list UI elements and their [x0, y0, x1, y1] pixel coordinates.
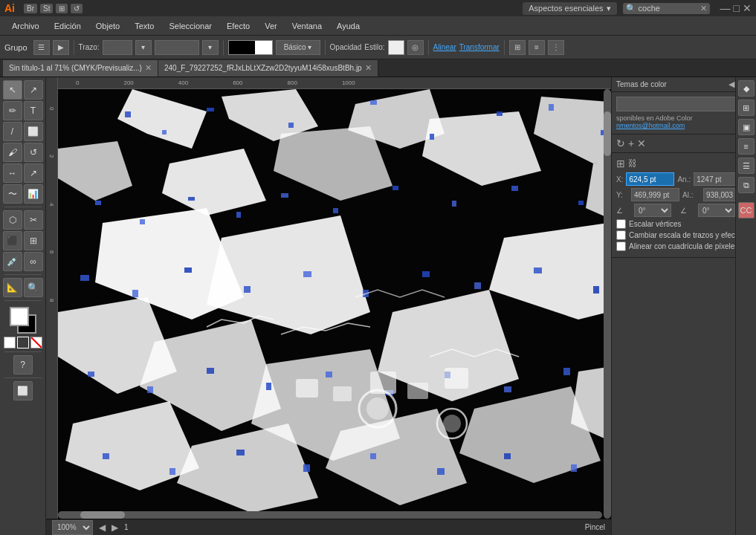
- canvas-area[interactable]: 0 200 400 600 800 1000 0 2 4 6 8: [46, 77, 611, 535]
- tab-1[interactable]: Sin título-1 al 71% (CMYK/Previsualiz...…: [3, 60, 158, 77]
- brush-tool[interactable]: 🖌: [3, 143, 22, 162]
- options-icon[interactable]: ⋮: [548, 40, 564, 55]
- arrange-icon[interactable]: ⊞: [509, 40, 526, 55]
- app-window: Ai Br St ⊞ ↺ Aspectos esenciales ▾ 🔍 ✕ —…: [0, 0, 756, 535]
- tab-2[interactable]: 240_F_79227252_fRJxLbLtXZzw2D2tyyuM14i58…: [158, 60, 378, 77]
- menu-objeto[interactable]: Objeto: [90, 20, 126, 32]
- mesh-tool[interactable]: ⊞: [24, 231, 43, 250]
- color-panel-icon[interactable]: ◆: [738, 80, 755, 97]
- line-tool[interactable]: /: [3, 122, 22, 141]
- search-clear-icon[interactable]: ✕: [700, 4, 707, 13]
- panel-collapse-icon[interactable]: ◀: [728, 80, 734, 89]
- stroke-input[interactable]: [155, 40, 199, 55]
- x-input[interactable]: [626, 172, 674, 186]
- align-pixels-checkbox[interactable]: [616, 241, 626, 251]
- tab-2-close[interactable]: ✕: [365, 63, 372, 73]
- stroke-panel-icon[interactable]: ≡: [738, 138, 755, 155]
- view-icon[interactable]: ⊞: [56, 4, 68, 13]
- mirror-tool[interactable]: ↔: [3, 163, 22, 183]
- isolation-icon[interactable]: ▶: [53, 40, 69, 55]
- y-input[interactable]: [631, 188, 679, 201]
- svg-rect-69: [370, 453, 376, 459]
- menu-efecto[interactable]: Efecto: [221, 20, 256, 32]
- layers-panel-icon[interactable]: ⧉: [738, 177, 755, 193]
- scroll-thumb-vertical[interactable]: [604, 111, 611, 156]
- blend-tool[interactable]: ∞: [24, 252, 43, 271]
- scrollbar-vertical[interactable]: [604, 89, 611, 519]
- refresh-icon[interactable]: ↻: [616, 137, 625, 149]
- scale-vertices-checkbox[interactable]: [616, 219, 626, 229]
- canvas-content[interactable]: [58, 89, 611, 524]
- bridge-icon[interactable]: Br: [24, 4, 37, 13]
- scale-strokes-checkbox[interactable]: [616, 230, 626, 240]
- next-page-button[interactable]: ▶: [112, 522, 118, 533]
- color-options-icon[interactable]: ◎: [407, 40, 424, 55]
- maximize-button[interactable]: □: [734, 2, 740, 14]
- shape-tool[interactable]: ⬜: [24, 122, 43, 141]
- link-icon[interactable]: ⛓: [628, 158, 637, 169]
- menu-archivo[interactable]: Archivo: [6, 20, 45, 32]
- add-icon[interactable]: +: [628, 137, 634, 149]
- menu-texto[interactable]: Texto: [129, 20, 160, 32]
- prev-page-button[interactable]: ◀: [99, 522, 106, 533]
- graph-tool[interactable]: 📊: [24, 184, 43, 204]
- minimize-button[interactable]: —: [720, 2, 731, 14]
- search-input[interactable]: [639, 4, 698, 13]
- basico-dropdown[interactable]: Básico ▾: [276, 40, 320, 55]
- search-box[interactable]: 🔍 ✕: [623, 3, 710, 14]
- stroke-dropdown[interactable]: ▾: [202, 40, 219, 55]
- select-mode-icon[interactable]: ☰: [33, 40, 50, 55]
- scale-tool[interactable]: ↗: [24, 163, 43, 183]
- type-tool[interactable]: T: [24, 101, 43, 120]
- drawing-mode-icon[interactable]: ?: [13, 355, 33, 374]
- align-icon[interactable]: ≡: [529, 40, 545, 55]
- color-theme-search[interactable]: [616, 97, 752, 111]
- fill-chip[interactable]: [4, 337, 16, 348]
- page-number: 1: [124, 523, 129, 531]
- menu-edicion[interactable]: Edición: [48, 20, 87, 32]
- foreground-color[interactable]: [10, 307, 29, 326]
- menu-ver[interactable]: Ver: [259, 20, 283, 32]
- cc-libraries-icon[interactable]: CC: [738, 202, 755, 218]
- trazo-input[interactable]: [103, 40, 132, 55]
- color-swatch[interactable]: [388, 40, 404, 55]
- sync-icon[interactable]: ↺: [71, 4, 83, 13]
- warp-tool[interactable]: 〜: [3, 184, 22, 204]
- rotate-tool[interactable]: ↺: [24, 143, 43, 162]
- transformar-button[interactable]: Transformar: [459, 43, 500, 51]
- scroll-thumb-horizontal[interactable]: [80, 511, 125, 519]
- tab-1-close[interactable]: ✕: [145, 63, 152, 73]
- right-panel: Temas de color ◀ ≡ ✕ sponibles en Adobe …: [611, 77, 756, 535]
- gradient-tool[interactable]: ⬛: [3, 231, 22, 250]
- close-button[interactable]: ✕: [743, 2, 752, 14]
- menu-ayuda[interactable]: Ayuda: [331, 20, 366, 32]
- symbol-tool[interactable]: ⬡: [3, 210, 22, 230]
- gradient-panel-icon[interactable]: ▣: [738, 119, 755, 135]
- color-email-link[interactable]: nmentos@hotmail.com: [616, 122, 685, 129]
- menu-ventana[interactable]: Ventana: [286, 20, 328, 32]
- stock-icon[interactable]: St: [40, 4, 53, 13]
- angle1-select[interactable]: 0°: [634, 204, 671, 217]
- direct-select-tool[interactable]: ↗: [24, 80, 43, 100]
- select-tool[interactable]: ↖: [3, 80, 22, 100]
- panel-close2-icon[interactable]: ✕: [637, 137, 646, 149]
- stroke-chip[interactable]: [17, 337, 29, 348]
- menu-seleccionar[interactable]: Seleccionar: [163, 20, 217, 32]
- grid-icon[interactable]: ⊞: [616, 158, 625, 169]
- appearance-panel-icon[interactable]: ☰: [738, 158, 755, 174]
- zoom-tool[interactable]: 🔍: [24, 278, 43, 297]
- alinear-button[interactable]: Alinear: [433, 43, 456, 51]
- angle2-select[interactable]: 0°: [698, 204, 735, 217]
- svg-rect-50: [474, 282, 481, 289]
- workspace-selector[interactable]: Aspectos esenciales ▾: [523, 2, 616, 15]
- scissors-tool[interactable]: ✂: [24, 210, 43, 230]
- swatches-panel-icon[interactable]: ⊞: [738, 100, 755, 116]
- zoom-selector[interactable]: 100% 71% 50%: [52, 520, 93, 535]
- scrollbar-horizontal[interactable]: [58, 511, 602, 519]
- trazo-dropdown[interactable]: ▾: [135, 40, 152, 55]
- screen-mode-icon[interactable]: ⬜: [13, 381, 33, 401]
- pen-tool[interactable]: ✏: [3, 101, 22, 120]
- eyedropper-tool[interactable]: 💉: [3, 252, 22, 271]
- measure-tool[interactable]: 📐: [3, 278, 22, 297]
- none-chip[interactable]: [30, 337, 42, 348]
